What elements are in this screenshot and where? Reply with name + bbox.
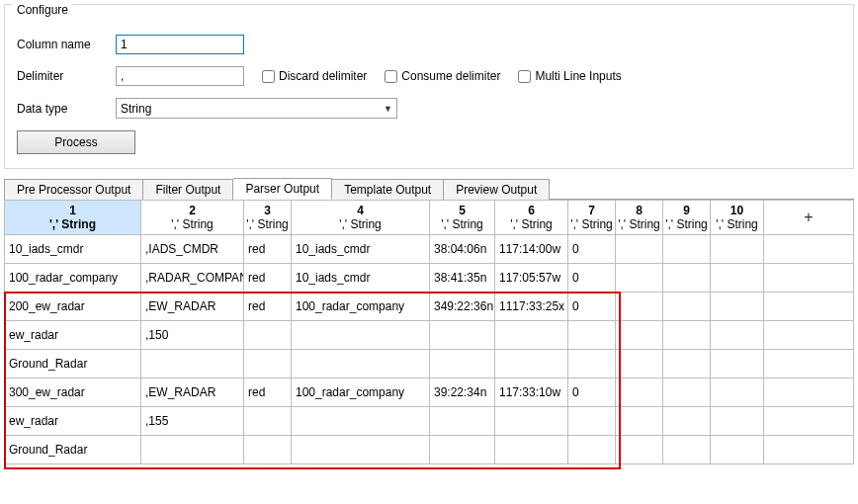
table-cell[interactable]: [430, 436, 495, 464]
table-cell[interactable]: [663, 350, 711, 378]
table-cell[interactable]: [141, 436, 244, 464]
table-cell[interactable]: ,150: [141, 321, 244, 350]
table-cell[interactable]: [495, 350, 568, 378]
table-cell[interactable]: [711, 350, 764, 378]
table-cell[interactable]: ew_radar: [5, 321, 141, 350]
table-cell[interactable]: [495, 407, 568, 436]
table-row[interactable]: 300_ew_radar,EW_RADARred100_radar_compan…: [5, 378, 854, 407]
table-cell[interactable]: 100_radar_company: [292, 293, 430, 321]
table-cell[interactable]: 300_ew_radar: [5, 378, 141, 407]
table-cell[interactable]: [568, 350, 616, 378]
table-row[interactable]: 100_radar_company,RADAR_COMPANYred10_iad…: [5, 264, 854, 293]
table-cell[interactable]: 1117:33:25x: [495, 293, 568, 321]
table-cell[interactable]: 100_radar_company: [5, 264, 141, 293]
table-cell[interactable]: [244, 321, 292, 350]
table-cell[interactable]: 10_iads_cmdr: [5, 235, 141, 264]
tab-template-output[interactable]: Template Output: [332, 179, 444, 200]
table-cell[interactable]: 38:04:06n: [430, 235, 495, 264]
table-row[interactable]: Ground_Radar: [5, 350, 854, 378]
table-cell[interactable]: Ground_Radar: [5, 350, 141, 378]
table-cell[interactable]: [616, 350, 663, 378]
table-cell[interactable]: 10_iads_cmdr: [292, 264, 430, 293]
table-cell[interactable]: [663, 378, 711, 407]
table-cell[interactable]: [711, 264, 764, 293]
table-cell[interactable]: 38:41:35n: [430, 264, 495, 293]
tab-parser-output[interactable]: Parser Output: [233, 178, 332, 200]
table-cell[interactable]: 117:05:57w: [495, 264, 568, 293]
table-row[interactable]: 10_iads_cmdr,IADS_CMDRred10_iads_cmdr38:…: [5, 235, 854, 264]
table-cell[interactable]: [292, 350, 430, 378]
table-row[interactable]: 200_ew_radar,EW_RADARred100_radar_compan…: [5, 293, 854, 321]
table-cell[interactable]: [711, 378, 764, 407]
tab-filter-output[interactable]: Filter Output: [143, 179, 233, 200]
column-header[interactable]: 7',' String: [568, 201, 616, 235]
process-button[interactable]: Process: [17, 130, 135, 154]
table-cell[interactable]: red: [244, 378, 292, 407]
table-cell[interactable]: 200_ew_radar: [5, 293, 141, 321]
data-type-select[interactable]: String ▼: [116, 98, 397, 119]
column-header[interactable]: 9',' String: [663, 201, 711, 235]
table-cell[interactable]: ,RADAR_COMPANY: [141, 264, 244, 293]
tab-pre-processor-output[interactable]: Pre Processor Output: [4, 179, 143, 200]
add-column-button[interactable]: +: [764, 201, 854, 235]
table-cell[interactable]: [663, 321, 711, 350]
table-cell[interactable]: ,IADS_CMDR: [141, 235, 244, 264]
table-cell[interactable]: [244, 407, 292, 436]
column-header[interactable]: 2',' String: [141, 201, 244, 235]
table-cell[interactable]: [711, 293, 764, 321]
table-cell[interactable]: [141, 350, 244, 378]
delimiter-input[interactable]: [116, 66, 244, 86]
table-cell[interactable]: [663, 407, 711, 436]
discard-delimiter-checkbox[interactable]: [262, 70, 275, 83]
table-cell[interactable]: [663, 436, 711, 464]
consume-delimiter-checkbox[interactable]: [385, 70, 397, 83]
table-cell[interactable]: [616, 436, 663, 464]
table-cell[interactable]: ,155: [141, 407, 244, 436]
table-cell[interactable]: 0: [568, 235, 616, 264]
table-cell[interactable]: [244, 436, 292, 464]
column-header[interactable]: 6',' String: [495, 201, 568, 235]
table-cell[interactable]: [430, 407, 495, 436]
table-row[interactable]: ew_radar,150: [5, 321, 854, 350]
table-cell[interactable]: [711, 235, 764, 264]
column-header[interactable]: 10',' String: [711, 201, 764, 235]
table-cell[interactable]: [616, 321, 663, 350]
table-cell[interactable]: [292, 436, 430, 464]
column-header[interactable]: 4',' String: [292, 201, 430, 235]
table-cell[interactable]: [711, 436, 764, 464]
table-cell[interactable]: [495, 321, 568, 350]
table-cell[interactable]: [616, 378, 663, 407]
multiline-checkbox[interactable]: [518, 70, 531, 83]
table-cell[interactable]: 10_iads_cmdr: [292, 235, 430, 264]
table-cell[interactable]: [663, 235, 711, 264]
table-cell[interactable]: [616, 264, 663, 293]
table-cell[interactable]: 117:14:00w: [495, 235, 568, 264]
table-cell[interactable]: [663, 264, 711, 293]
table-cell[interactable]: [568, 436, 616, 464]
table-cell[interactable]: 100_radar_company: [292, 378, 430, 407]
table-cell[interactable]: [244, 350, 292, 378]
consume-delimiter-checkbox-wrap[interactable]: Consume delimiter: [385, 69, 500, 83]
table-cell[interactable]: [568, 321, 616, 350]
table-cell[interactable]: [711, 407, 764, 436]
discard-delimiter-checkbox-wrap[interactable]: Discard delimiter: [262, 69, 367, 83]
table-cell[interactable]: 0: [568, 293, 616, 321]
table-cell[interactable]: [711, 321, 764, 350]
table-cell[interactable]: Ground_Radar: [5, 436, 141, 464]
multiline-checkbox-wrap[interactable]: Multi Line Inputs: [518, 69, 621, 83]
table-cell[interactable]: [568, 407, 616, 436]
table-cell[interactable]: 0: [568, 264, 616, 293]
column-name-input[interactable]: [116, 35, 244, 54]
table-cell[interactable]: ,EW_RADAR: [141, 378, 244, 407]
column-header[interactable]: 5',' String: [430, 201, 495, 235]
table-cell[interactable]: [430, 350, 495, 378]
table-row[interactable]: Ground_Radar: [5, 436, 854, 464]
table-cell[interactable]: [292, 321, 430, 350]
table-cell[interactable]: [292, 407, 430, 436]
table-cell[interactable]: [616, 235, 663, 264]
table-cell[interactable]: 0: [568, 378, 616, 407]
table-cell[interactable]: 39:22:34n: [430, 378, 495, 407]
table-cell[interactable]: ,EW_RADAR: [141, 293, 244, 321]
table-row[interactable]: ew_radar,155: [5, 407, 854, 436]
column-header[interactable]: 3',' String: [244, 201, 292, 235]
